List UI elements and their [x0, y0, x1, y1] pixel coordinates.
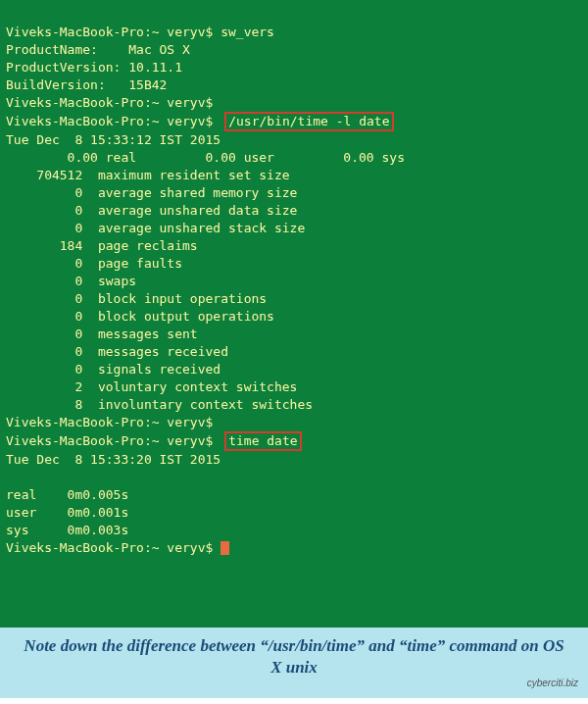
output-stat: 184 page reclaims [6, 238, 198, 253]
caption-text: Note down the difference between “/usr/b… [24, 636, 564, 677]
output-stat: 0 block output operations [6, 309, 274, 324]
output-date: Tue Dec 8 15:33:12 IST 2015 [6, 132, 220, 147]
prompt-line[interactable]: Viveks-MacBook-Pro:~ veryv$ [6, 540, 229, 555]
highlighted-command-time-date: time date [224, 431, 301, 451]
prompt: Viveks-MacBook-Pro:~ veryv$ [6, 114, 220, 128]
cursor [220, 541, 229, 555]
output-stat: 0 average unshared data size [6, 203, 297, 218]
output-stat: 0 messages received [6, 344, 228, 359]
prompt: Viveks-MacBook-Pro:~ veryv$ [6, 415, 220, 429]
prompt: Viveks-MacBook-Pro:~ veryv$ [6, 25, 220, 39]
output-stat: 0 average shared memory size [6, 185, 297, 200]
output-timing: user 0m0.001s [6, 505, 128, 520]
output-stat: 0 swaps [6, 274, 136, 288]
output-date: Tue Dec 8 15:33:20 IST 2015 [6, 452, 220, 467]
output-stat: 0 average unshared stack size [6, 221, 305, 235]
output-stat: 0 signals received [6, 362, 220, 377]
prompt: Viveks-MacBook-Pro:~ veryv$ [6, 95, 220, 110]
output-timing: real 0m0.005s [6, 487, 128, 502]
terminal: Viveks-MacBook-Pro:~ veryv$ sw_vers Prod… [0, 0, 588, 628]
prompt-line[interactable]: Viveks-MacBook-Pro:~ veryv$ /usr/bin/tim… [6, 114, 394, 128]
output-stat: 0 block input operations [6, 291, 267, 306]
output-stat: 704512 maximum resident set size [6, 168, 290, 182]
prompt-line[interactable]: Viveks-MacBook-Pro:~ veryv$ time date [6, 433, 302, 448]
highlighted-command-time-l: /usr/bin/time -l date [224, 112, 393, 131]
output-timing: sys 0m0.003s [6, 523, 128, 537]
prompt-line[interactable]: Viveks-MacBook-Pro:~ veryv$ sw_vers [6, 25, 274, 39]
credit-text: cyberciti.biz [527, 673, 578, 694]
command-sw-vers: sw_vers [220, 25, 274, 39]
output-line: ProductName: Mac OS X [6, 42, 190, 57]
prompt-line[interactable]: Viveks-MacBook-Pro:~ veryv$ [6, 415, 220, 429]
prompt-line[interactable]: Viveks-MacBook-Pro:~ veryv$ [6, 95, 220, 110]
output-stat: 0 page faults [6, 256, 182, 271]
blank-line [6, 470, 14, 484]
prompt: Viveks-MacBook-Pro:~ veryv$ [6, 433, 220, 448]
output-time-summary: 0.00 real 0.00 user 0.00 sys [6, 150, 405, 165]
output-line: ProductVersion: 10.11.1 [6, 60, 182, 75]
output-stat: 0 messages sent [6, 327, 198, 341]
prompt: Viveks-MacBook-Pro:~ veryv$ [6, 540, 220, 555]
output-stat: 2 voluntary context switches [6, 379, 297, 394]
output-stat: 8 involuntary context switches [6, 397, 313, 412]
output-line: BuildVersion: 15B42 [6, 77, 167, 92]
caption-bar: Note down the difference between “/usr/b… [0, 628, 588, 698]
